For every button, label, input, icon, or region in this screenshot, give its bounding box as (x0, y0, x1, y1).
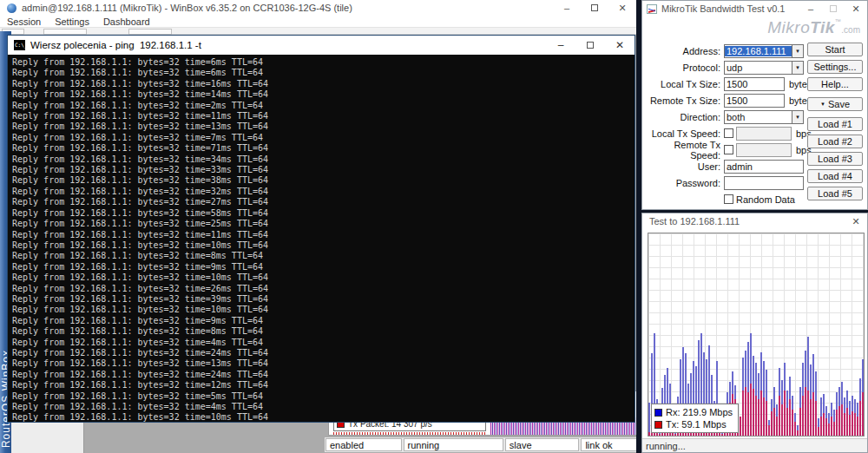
close-button[interactable]: ✕ (845, 1, 867, 16)
ping-line: Reply from 192.168.1.1: bytes=32 time=6m… (12, 57, 635, 68)
tx-bar (797, 430, 799, 436)
cmd-window-title: Wiersz polecenia - ping 192.168.1.1 -t (30, 40, 201, 50)
form-row-address: Address: 192.168.1.111 ▼ (642, 43, 812, 59)
random-data-checkbox[interactable] (724, 194, 733, 204)
minimize-button[interactable]: – (546, 36, 575, 55)
chevron-down-icon[interactable]: ▼ (792, 45, 803, 57)
save-button-label: Save (828, 99, 850, 109)
load-1-button-label: Load #1 (818, 119, 852, 129)
winbox-window-title: admin@192.168.1.111 (MikroTik) - WinBox … (22, 3, 352, 13)
start-button[interactable]: Start (807, 43, 863, 56)
maximize-icon (591, 4, 598, 11)
tx-legend-color (654, 421, 662, 429)
menu-dashboard[interactable]: Dashboard (96, 16, 157, 27)
rx-legend-color (654, 409, 662, 417)
tx-bar (760, 391, 762, 436)
local-tx-speed-checkbox[interactable] (724, 128, 733, 138)
direction-value: both (725, 112, 792, 122)
tx-bar (805, 387, 806, 436)
status-running: running (404, 438, 503, 451)
form-row-password: Password: (642, 174, 812, 191)
ping-line: Reply from 192.168.1.1: bytes=32 time=27… (12, 197, 635, 207)
toolbar-button[interactable] (128, 29, 172, 35)
load-5-button[interactable]: Load #5 (807, 187, 863, 200)
winbox-main-window: admin@192.168.1.111 (MikroTik) - WinBox … (0, 0, 636, 453)
tx-bar (768, 425, 770, 436)
ping-line: Reply from 192.168.1.1: bytes=32 time=32… (12, 187, 635, 197)
test-window-title: Test to 192.168.1.111 (649, 216, 740, 226)
tx-bar (740, 417, 741, 436)
load-3-button-label: Load #3 (818, 154, 852, 164)
logo-text-bold: Tik (810, 18, 835, 36)
tx-bar (648, 432, 650, 436)
tx-bar (823, 413, 825, 436)
minimize-button[interactable]: – (553, 0, 581, 16)
remote-tx-size-input[interactable] (724, 94, 785, 108)
save-button[interactable]: ▼Save (807, 97, 863, 111)
chevron-down-icon[interactable]: ▼ (792, 111, 803, 123)
minimize-button[interactable]: – (799, 1, 822, 16)
settings-button[interactable]: Settings... (807, 60, 863, 74)
form-row-random-data: Random Data (642, 191, 812, 207)
close-button[interactable]: ✕ (845, 213, 867, 229)
ping-line: Reply from 192.168.1.1: bytes=32 time=10… (12, 412, 635, 422)
load-4-button[interactable]: Load #4 (807, 169, 863, 183)
load-4-button-label: Load #4 (818, 171, 852, 181)
remote-tx-speed-checkbox[interactable] (724, 145, 733, 154)
user-input[interactable] (724, 160, 804, 174)
bandwidth-test-title: MikroTik Bandwidth Test v0.1 (661, 3, 785, 14)
tx-bar (857, 417, 858, 436)
tx-bar (773, 408, 775, 436)
load-2-button[interactable]: Load #2 (807, 135, 863, 148)
ping-line: Reply from 192.168.1.1: bytes=32 time=2m… (12, 101, 635, 111)
tx-bar (846, 408, 848, 436)
tx-bar (836, 410, 838, 436)
ping-line: Reply from 192.168.1.1: bytes=32 time=71… (12, 143, 635, 154)
load-1-button[interactable]: Load #1 (807, 117, 863, 131)
ping-line: Reply from 192.168.1.1: bytes=32 time=13… (12, 358, 635, 369)
toolbar-button[interactable] (43, 29, 87, 35)
ping-line: Reply from 192.168.1.1: bytes=32 time=34… (12, 154, 635, 165)
load-3-button[interactable]: Load #3 (807, 152, 863, 166)
tx-bar (812, 392, 814, 436)
console-output[interactable]: Reply from 192.168.1.1: bytes=32 time=6m… (8, 55, 635, 422)
status-enabled: enabled (326, 438, 402, 451)
rx-bar (648, 403, 650, 436)
chevron-down-icon[interactable]: ▼ (792, 62, 803, 74)
menu-session[interactable]: Session (0, 16, 48, 27)
ping-line: Reply from 192.168.1.1: bytes=32 time=5m… (12, 391, 635, 402)
help-button[interactable]: Help... (807, 77, 863, 91)
address-label: Address: (642, 46, 720, 56)
ping-line: Reply from 192.168.1.1: bytes=32 time=38… (12, 175, 635, 186)
ping-line: Reply from 192.168.1.1: bytes=32 time=7m… (12, 133, 635, 143)
winbox-titlebar: admin@192.168.1.111 (MikroTik) - WinBox … (0, 0, 636, 16)
password-input[interactable] (724, 176, 804, 190)
tx-bar (766, 401, 767, 436)
tx-bar (799, 408, 801, 436)
winbox-app-icon (7, 3, 16, 13)
tx-bar (747, 392, 749, 436)
local-tx-size-input[interactable] (724, 77, 785, 91)
protocol-label: Protocol: (642, 62, 720, 73)
menu-settings[interactable]: Settings (48, 16, 96, 27)
tx-bar (745, 387, 746, 436)
test-status-text: running... (646, 441, 686, 451)
rx-legend-text: Rx: 219.9 Mbps (666, 407, 733, 417)
legend-tx-row: Tx: 59.1 Mbps (654, 418, 733, 430)
tx-legend-text: Tx: 59.1 Mbps (666, 419, 727, 430)
ping-line: Reply from 192.168.1.1: bytes=32 time=9m… (12, 262, 635, 272)
maximize-button[interactable] (575, 36, 605, 55)
address-combobox[interactable]: 192.168.1.111 ▼ (724, 44, 804, 58)
settings-button-label: Settings... (814, 62, 857, 72)
test-titlebar: Test to 192.168.1.111 ✕ (642, 213, 867, 229)
maximize-button (822, 1, 845, 16)
winbox-toolbar (0, 28, 636, 35)
direction-combobox[interactable]: both ▼ (724, 110, 804, 124)
close-button[interactable]: ✕ (608, 0, 636, 16)
protocol-combobox[interactable]: udp ▼ (724, 61, 804, 75)
form-row-remote-tx-speed: Remote Tx Speed: bps (642, 141, 812, 158)
close-button[interactable]: ✕ (605, 36, 635, 55)
chevron-down-icon: ▼ (820, 102, 825, 107)
cmd-icon: C:\_ (14, 40, 25, 50)
maximize-button[interactable] (581, 0, 608, 16)
